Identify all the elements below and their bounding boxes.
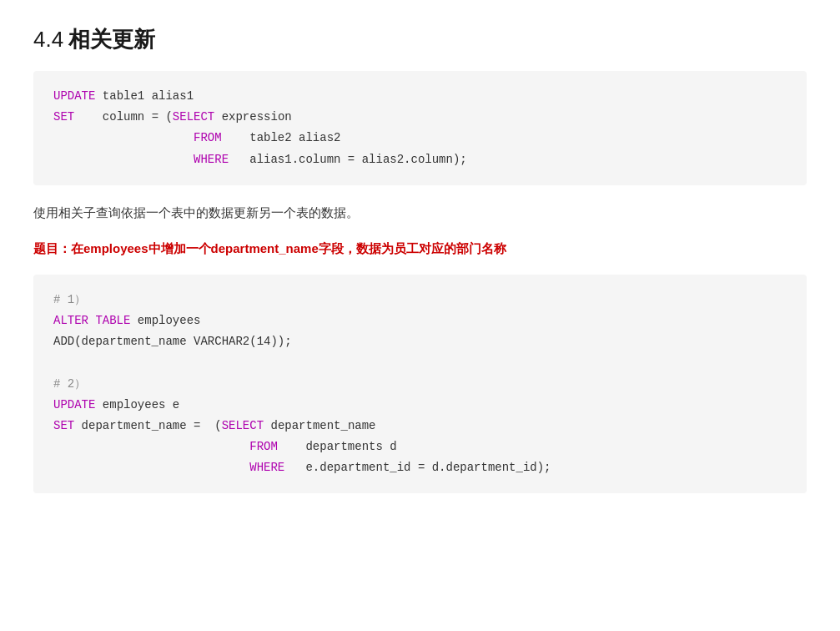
keyword-where-2: WHERE [249, 461, 284, 474]
problem-title: 题目：在employees中增加一个department_name字段，数据为员… [33, 238, 807, 260]
section-title: 相关更新 [68, 25, 155, 54]
keyword-set: SET [53, 110, 74, 124]
code-line-2: SET column = (SELECT expression [53, 107, 787, 128]
code-line-4: WHERE alias1.column = alias2.column); [53, 149, 787, 170]
keyword-select-1: SELECT [173, 110, 214, 124]
comment-step-2: # 2） [53, 374, 787, 395]
comment-step-1: # 1） [53, 290, 787, 310]
code-block-update-example: UPDATE table1 alias1 SET column = (SELEC… [33, 71, 807, 185]
code-line-alter: ALTER TABLE employees [53, 310, 787, 331]
keyword-where-1: WHERE [194, 153, 229, 166]
code-line-3: FROM table2 alias2 [53, 128, 787, 149]
section-number: 4.4 [33, 27, 63, 53]
code-block-solution: # 1） ALTER TABLE employees ADD(departmen… [33, 275, 807, 494]
code-line-where-2: WHERE e.department_id = d.department_id)… [53, 457, 787, 478]
code-line-1: UPDATE table1 alias1 [53, 86, 787, 107]
keyword-alter-table: ALTER TABLE [53, 314, 130, 327]
code-line-update-2: UPDATE employees e [53, 395, 787, 416]
code-line-set-2: SET department_name = (SELECT department… [53, 416, 787, 437]
code-line-add: ADD(department_name VARCHAR2(14)); [53, 331, 787, 352]
keyword-select-2: SELECT [222, 419, 264, 432]
keyword-update: UPDATE [53, 89, 95, 103]
section-heading: 4.4 相关更新 [33, 25, 807, 54]
code-line-blank-1 [53, 352, 787, 373]
keyword-from-1: FROM [194, 131, 222, 144]
keyword-update-2: UPDATE [53, 398, 95, 411]
keyword-from-2: FROM [249, 440, 278, 453]
keyword-set-2: SET [53, 419, 74, 432]
description-text: 使用相关子查询依据一个表中的数据更新另一个表的数据。 [33, 202, 807, 224]
code-line-from-2: FROM departments d [53, 437, 787, 457]
